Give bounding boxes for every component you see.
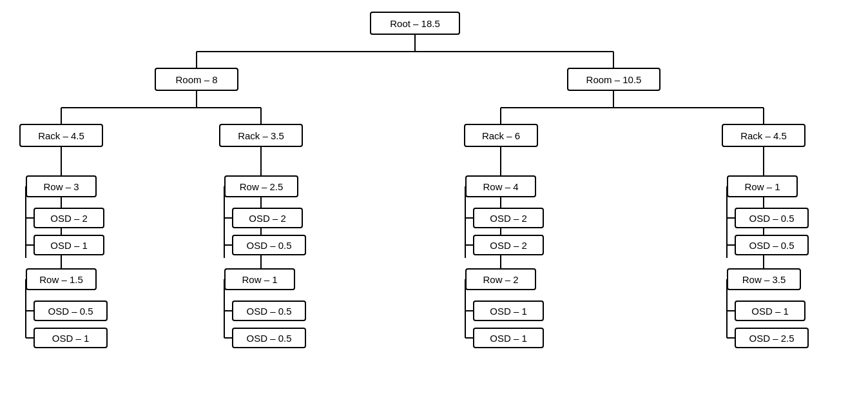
rack4-node: Rack – 4.5 bbox=[722, 124, 805, 147]
row3-2-osd1-node: OSD – 1 bbox=[473, 301, 544, 321]
rack2-node: Rack – 3.5 bbox=[219, 124, 303, 147]
row3-2-node: Row – 2 bbox=[465, 268, 536, 290]
row2-2-node: Row – 1 bbox=[224, 268, 295, 290]
row3-1-osd2-node: OSD – 2 bbox=[473, 235, 544, 255]
row4-1-node: Row – 1 bbox=[727, 175, 798, 197]
row1-2-osd2-node: OSD – 1 bbox=[34, 328, 108, 348]
row1-2-node: Row – 1.5 bbox=[26, 268, 97, 290]
row2-1-osd2-node: OSD – 0.5 bbox=[232, 235, 306, 255]
row4-2-osd2-node: OSD – 2.5 bbox=[735, 328, 809, 348]
root-node: Root – 18.5 bbox=[370, 12, 460, 35]
row4-2-osd1-node: OSD – 1 bbox=[735, 301, 805, 321]
room2-node: Room – 10.5 bbox=[567, 68, 661, 91]
row2-2-osd1-node: OSD – 0.5 bbox=[232, 301, 306, 321]
row3-2-osd2-node: OSD – 1 bbox=[473, 328, 544, 348]
row1-1-node: Row – 3 bbox=[26, 175, 97, 197]
rack3-node: Rack – 6 bbox=[464, 124, 538, 147]
tree-container: Root – 18.5 Room – 8 Room – 10.5 Rack – … bbox=[0, 0, 868, 414]
row1-1-osd2-node: OSD – 1 bbox=[34, 235, 104, 255]
rack1-node: Rack – 4.5 bbox=[19, 124, 103, 147]
row3-1-osd1-node: OSD – 2 bbox=[473, 208, 544, 228]
row3-1-node: Row – 4 bbox=[465, 175, 536, 197]
room1-node: Room – 8 bbox=[155, 68, 238, 91]
row4-1-osd1-node: OSD – 0.5 bbox=[735, 208, 809, 228]
row2-2-osd2-node: OSD – 0.5 bbox=[232, 328, 306, 348]
tree-lines bbox=[0, 0, 868, 414]
row1-2-osd1-node: OSD – 0.5 bbox=[34, 301, 108, 321]
row1-1-osd1-node: OSD – 2 bbox=[34, 208, 104, 228]
row4-2-node: Row – 3.5 bbox=[727, 268, 801, 290]
row4-1-osd2-node: OSD – 0.5 bbox=[735, 235, 809, 255]
row2-1-osd1-node: OSD – 2 bbox=[232, 208, 303, 228]
row2-1-node: Row – 2.5 bbox=[224, 175, 298, 197]
